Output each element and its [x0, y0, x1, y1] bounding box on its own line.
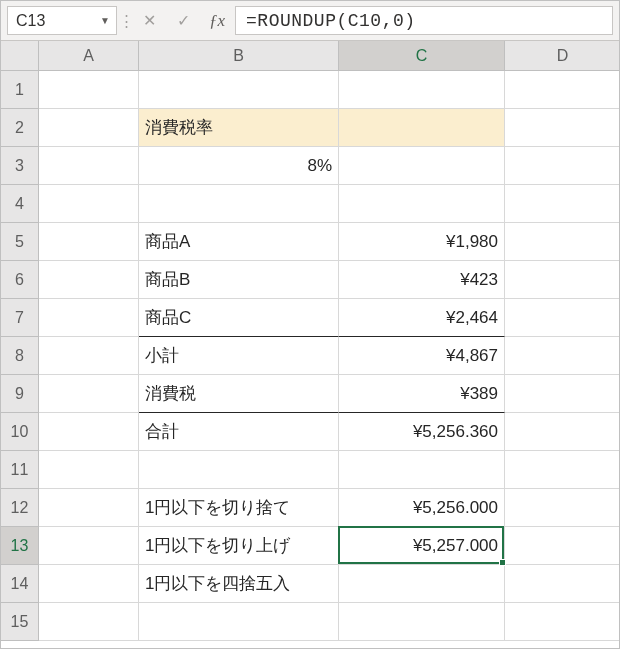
- row-header-11[interactable]: 11: [1, 451, 39, 489]
- cell-A12[interactable]: [39, 489, 139, 527]
- cell-C12[interactable]: ¥5,256.000: [339, 489, 505, 527]
- cell-B12[interactable]: 1円以下を切り捨て: [139, 489, 339, 527]
- cell-A3[interactable]: [39, 147, 139, 185]
- cell-A11[interactable]: [39, 451, 139, 489]
- formula-text: =ROUNDUP(C10,0): [246, 11, 416, 31]
- cell-B9[interactable]: 消費税: [139, 375, 339, 413]
- cell-B15[interactable]: [139, 603, 339, 641]
- cell-A15[interactable]: [39, 603, 139, 641]
- cell-A13[interactable]: [39, 527, 139, 565]
- column-header-A[interactable]: A: [39, 41, 139, 71]
- cell-B11[interactable]: [139, 451, 339, 489]
- spreadsheet-app: C13 ▼ ⋮ ✕ ✓ ƒx =ROUNDUP(C10,0) ABCD 1234…: [0, 0, 620, 649]
- cell-D11[interactable]: [505, 451, 619, 489]
- cell-C11[interactable]: [339, 451, 505, 489]
- cell-B8[interactable]: 小計: [139, 337, 339, 375]
- cell-C5[interactable]: ¥1,980: [339, 223, 505, 261]
- cell-A7[interactable]: [39, 299, 139, 337]
- cell-A2[interactable]: [39, 109, 139, 147]
- separator: ⋮: [123, 6, 129, 35]
- cell-C14[interactable]: [339, 565, 505, 603]
- name-box[interactable]: C13 ▼: [7, 6, 117, 35]
- name-box-value: C13: [16, 12, 45, 30]
- cancel-icon[interactable]: ✕: [135, 6, 163, 35]
- cell-D4[interactable]: [505, 185, 619, 223]
- cell-A8[interactable]: [39, 337, 139, 375]
- select-all-corner[interactable]: [1, 41, 39, 71]
- fx-icon[interactable]: ƒx: [203, 6, 229, 35]
- cell-B1[interactable]: [139, 71, 339, 109]
- formula-input[interactable]: =ROUNDUP(C10,0): [235, 6, 613, 35]
- cell-C3[interactable]: [339, 147, 505, 185]
- cell-B3[interactable]: 8%: [139, 147, 339, 185]
- row-header-7[interactable]: 7: [1, 299, 39, 337]
- cell-A4[interactable]: [39, 185, 139, 223]
- cell-B6[interactable]: 商品B: [139, 261, 339, 299]
- cell-C10[interactable]: ¥5,256.360: [339, 413, 505, 451]
- cells-container: 消費税率8%商品A¥1,980商品B¥423商品C¥2,464小計¥4,867消…: [39, 71, 619, 641]
- cell-C4[interactable]: [339, 185, 505, 223]
- cell-B14[interactable]: 1円以下を四捨五入: [139, 565, 339, 603]
- cell-C9[interactable]: ¥389: [339, 375, 505, 413]
- cell-B4[interactable]: [139, 185, 339, 223]
- row-header-10[interactable]: 10: [1, 413, 39, 451]
- cell-D3[interactable]: [505, 147, 619, 185]
- row-header-9[interactable]: 9: [1, 375, 39, 413]
- cell-D12[interactable]: [505, 489, 619, 527]
- cell-B7[interactable]: 商品C: [139, 299, 339, 337]
- cell-C1[interactable]: [339, 71, 505, 109]
- row-header-5[interactable]: 5: [1, 223, 39, 261]
- cell-D14[interactable]: [505, 565, 619, 603]
- cell-C7[interactable]: ¥2,464: [339, 299, 505, 337]
- row-header-12[interactable]: 12: [1, 489, 39, 527]
- cell-D2[interactable]: [505, 109, 619, 147]
- cell-A6[interactable]: [39, 261, 139, 299]
- cell-C13[interactable]: ¥5,257.000: [339, 527, 505, 565]
- column-header-C[interactable]: C: [339, 41, 505, 71]
- cell-A10[interactable]: [39, 413, 139, 451]
- cell-C15[interactable]: [339, 603, 505, 641]
- row-headers: 123456789101112131415: [1, 71, 39, 641]
- cell-B10[interactable]: 合計: [139, 413, 339, 451]
- column-headers: ABCD: [39, 41, 619, 71]
- cell-A14[interactable]: [39, 565, 139, 603]
- chevron-down-icon[interactable]: ▼: [100, 15, 110, 26]
- grid-area[interactable]: ABCD 123456789101112131415 消費税率8%商品A¥1,9…: [1, 41, 619, 648]
- cell-D15[interactable]: [505, 603, 619, 641]
- cell-D13[interactable]: [505, 527, 619, 565]
- row-header-13[interactable]: 13: [1, 527, 39, 565]
- cell-C2[interactable]: [339, 109, 505, 147]
- cell-B2[interactable]: 消費税率: [139, 109, 339, 147]
- row-header-3[interactable]: 3: [1, 147, 39, 185]
- row-header-14[interactable]: 14: [1, 565, 39, 603]
- cell-D10[interactable]: [505, 413, 619, 451]
- cell-D9[interactable]: [505, 375, 619, 413]
- formula-bar: C13 ▼ ⋮ ✕ ✓ ƒx =ROUNDUP(C10,0): [1, 1, 619, 41]
- row-header-8[interactable]: 8: [1, 337, 39, 375]
- row-header-15[interactable]: 15: [1, 603, 39, 641]
- cell-A5[interactable]: [39, 223, 139, 261]
- row-header-1[interactable]: 1: [1, 71, 39, 109]
- cell-C6[interactable]: ¥423: [339, 261, 505, 299]
- cell-D7[interactable]: [505, 299, 619, 337]
- row-header-4[interactable]: 4: [1, 185, 39, 223]
- cell-D8[interactable]: [505, 337, 619, 375]
- cell-C8[interactable]: ¥4,867: [339, 337, 505, 375]
- cell-D5[interactable]: [505, 223, 619, 261]
- confirm-icon[interactable]: ✓: [169, 6, 197, 35]
- column-header-B[interactable]: B: [139, 41, 339, 71]
- cell-A1[interactable]: [39, 71, 139, 109]
- cell-D1[interactable]: [505, 71, 619, 109]
- cell-A9[interactable]: [39, 375, 139, 413]
- cell-B5[interactable]: 商品A: [139, 223, 339, 261]
- row-header-6[interactable]: 6: [1, 261, 39, 299]
- cell-B13[interactable]: 1円以下を切り上げ: [139, 527, 339, 565]
- column-header-D[interactable]: D: [505, 41, 619, 71]
- cell-D6[interactable]: [505, 261, 619, 299]
- row-header-2[interactable]: 2: [1, 109, 39, 147]
